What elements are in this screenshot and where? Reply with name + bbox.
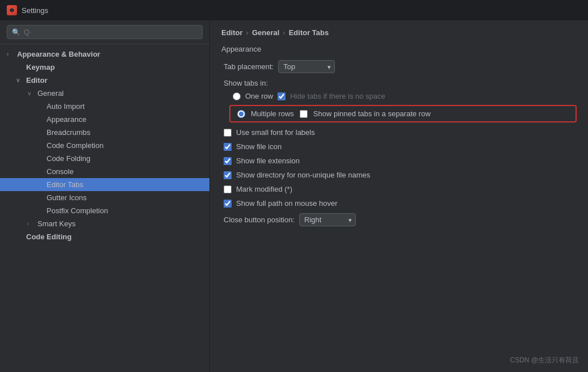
section-title-appearance: Appearance — [221, 45, 577, 53]
mark-modified-checkbox[interactable] — [224, 185, 232, 193]
title-bar: Settings — [0, 0, 588, 20]
show-file-ext-checkbox[interactable] — [224, 157, 232, 165]
sidebar-item-label: Console — [47, 167, 74, 176]
sidebar-item-appearance[interactable]: Appearance — [0, 113, 209, 126]
sidebar-item-label: Editor — [26, 76, 48, 84]
tab-placement-dropdown-wrapper: Top Bottom Left Right None — [278, 60, 335, 73]
sidebar-item-label: Smart Keys — [37, 219, 75, 228]
sidebar-item-label: Breadcrumbs — [47, 128, 90, 137]
breadcrumb-sep2: › — [283, 28, 285, 37]
sidebar-item-auto-import[interactable]: Auto Import — [0, 100, 209, 113]
sidebar-item-label: Keymap — [26, 63, 55, 71]
sidebar-item-label: Gutter Icons — [47, 193, 87, 202]
hide-tabs-checkbox[interactable] — [278, 92, 285, 100]
arrow-icon: › — [27, 221, 34, 227]
use-small-font-label: Use small font for labels — [236, 128, 315, 137]
sidebar-item-label: General — [37, 89, 64, 98]
show-full-path-checkbox[interactable] — [224, 200, 232, 208]
one-row-label: One row — [245, 92, 273, 100]
content-body: Appearance Tab placement: Top Bottom Lef… — [210, 43, 588, 372]
breadcrumb-editor: Editor — [221, 28, 243, 37]
nav-tree: › Appearance & Behavior Keymap ∨ Editor … — [0, 44, 209, 372]
content-area: Editor › General › Editor Tabs Appearanc… — [210, 20, 588, 372]
sidebar-item-general[interactable]: ∨ General — [0, 87, 209, 100]
sidebar-item-label: Code Editing — [26, 232, 72, 241]
multiple-rows-radio[interactable] — [237, 110, 245, 118]
close-button-pos-select[interactable]: Right Left None — [299, 213, 356, 226]
show-full-path-row: Show full path on mouse hover — [221, 199, 577, 208]
sidebar-item-label: Postfix Completion — [47, 206, 108, 215]
breadcrumb: Editor › General › Editor Tabs — [210, 20, 588, 43]
window-title: Settings — [22, 6, 48, 15]
sidebar-item-console[interactable]: Console — [0, 165, 209, 178]
watermark: CSDN @生活只有荷且 — [510, 356, 579, 365]
sidebar-item-label: Auto Import — [47, 102, 85, 111]
use-small-font-checkbox[interactable] — [224, 129, 232, 137]
show-file-ext-row: Show file extension — [221, 157, 577, 165]
sidebar-item-label: Code Completion — [47, 141, 103, 150]
tab-placement-label: Tab placement: — [224, 62, 274, 71]
multiple-rows-label: Multiple rows — [251, 109, 294, 118]
breadcrumb-general: General — [252, 28, 279, 37]
show-directory-row: Show directory for non-unique file names — [221, 171, 577, 179]
tab-placement-select[interactable]: Top Bottom Left Right None — [278, 60, 335, 73]
sidebar-item-appearance-behavior[interactable]: › Appearance & Behavior — [0, 48, 209, 61]
show-tabs-label: Show tabs in: — [221, 79, 577, 87]
mark-modified-label: Mark modified (*) — [236, 185, 292, 193]
search-bar: 🔍 — [0, 20, 209, 44]
search-icon: 🔍 — [12, 28, 20, 36]
show-file-icon-label: Show file icon — [236, 142, 282, 151]
sidebar-item-code-editing[interactable]: Code Editing — [0, 230, 209, 243]
sidebar-item-label: Code Folding — [47, 154, 90, 163]
search-input[interactable] — [24, 28, 198, 36]
hide-tabs-label: Hide tabs if there is no space — [290, 92, 385, 100]
breadcrumb-editor-tabs: Editor Tabs — [289, 28, 329, 37]
show-file-ext-label: Show file extension — [236, 157, 300, 165]
one-row-radio-row: One row Hide tabs if there is no space — [221, 92, 577, 100]
sidebar-item-label: Appearance & Behavior — [17, 50, 100, 58]
sidebar-item-label: Appearance — [47, 115, 86, 124]
show-directory-checkbox[interactable] — [224, 171, 232, 179]
sidebar-item-label: Editor Tabs — [47, 180, 83, 189]
sidebar-item-editor-tabs[interactable]: Editor Tabs — [0, 178, 209, 191]
sidebar: 🔍 › Appearance & Behavior Keymap ∨ Edito… — [0, 20, 210, 372]
breadcrumb-sep1: › — [246, 28, 249, 37]
show-pinned-checkbox[interactable] — [300, 110, 308, 118]
sidebar-item-gutter-icons[interactable]: Gutter Icons — [0, 191, 209, 204]
show-file-icon-row: Show file icon — [221, 142, 577, 151]
sidebar-item-breadcrumbs[interactable]: Breadcrumbs — [0, 126, 209, 139]
one-row-radio[interactable] — [233, 92, 241, 100]
close-button-pos-label: Close button position: — [224, 215, 295, 224]
main-container: 🔍 › Appearance & Behavior Keymap ∨ Edito… — [0, 20, 588, 372]
close-button-pos-row: Close button position: Right Left None — [221, 213, 577, 226]
show-full-path-label: Show full path on mouse hover — [236, 199, 338, 208]
use-small-font-row: Use small font for labels — [221, 128, 577, 137]
app-icon — [7, 5, 17, 15]
sidebar-item-smart-keys[interactable]: › Smart Keys — [0, 217, 209, 230]
sidebar-item-code-folding[interactable]: Code Folding — [0, 152, 209, 165]
mark-modified-row: Mark modified (*) — [221, 185, 577, 193]
show-pinned-label: Show pinned tabs in a separate row — [313, 109, 431, 118]
sidebar-item-editor[interactable]: ∨ Editor — [0, 74, 209, 87]
show-file-icon-checkbox[interactable] — [224, 143, 232, 151]
tab-placement-row: Tab placement: Top Bottom Left Right Non… — [221, 60, 577, 73]
show-directory-label: Show directory for non-unique file names — [236, 171, 370, 179]
sidebar-item-code-completion[interactable]: Code Completion — [0, 139, 209, 152]
sidebar-item-keymap[interactable]: Keymap — [0, 61, 209, 74]
close-button-dropdown-wrapper: Right Left None — [299, 213, 356, 226]
arrow-icon: ∨ — [27, 90, 34, 96]
arrow-icon: ∨ — [16, 77, 23, 83]
multiple-rows-highlighted-row: Multiple rows Show pinned tabs in a sepa… — [229, 105, 577, 122]
search-wrapper: 🔍 — [7, 25, 203, 39]
arrow-icon: › — [7, 51, 14, 57]
sidebar-item-postfix-completion[interactable]: Postfix Completion — [0, 204, 209, 217]
